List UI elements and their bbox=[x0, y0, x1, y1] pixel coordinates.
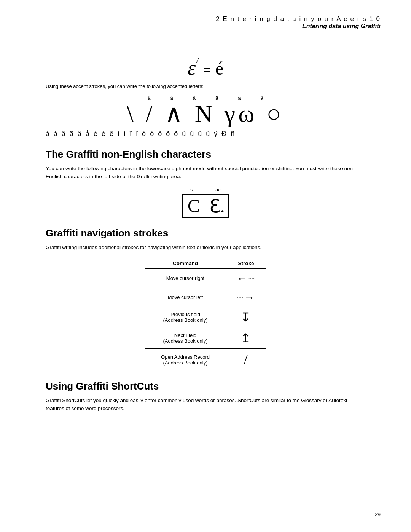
ce-labels: c ae bbox=[46, 187, 365, 192]
c-cell: C bbox=[183, 195, 206, 217]
stroke-open-address: / bbox=[226, 348, 266, 371]
footer-rule bbox=[30, 505, 381, 505]
cmd-prev-field: Previous field(Address Book only) bbox=[145, 307, 226, 328]
section1-body: You can write the following characters i… bbox=[46, 165, 365, 181]
stroke-move-left: ┈→ bbox=[226, 288, 266, 307]
col-command-header: Command bbox=[145, 258, 226, 268]
page-header: 2 E n t e r i n g d a t a i n y o u r A … bbox=[0, 0, 411, 34]
col-stroke-header: Stroke bbox=[226, 258, 266, 268]
accent-formula: ε/ bbox=[188, 56, 199, 79]
ce-box: C Ɛ. bbox=[182, 194, 229, 218]
cmd-next-field: Next Field(Address Book only) bbox=[145, 328, 226, 348]
section2-heading: Graffiti navigation strokes bbox=[46, 227, 365, 239]
section-subtitle: Entering data using Graffiti bbox=[30, 23, 381, 30]
result-char: é bbox=[215, 58, 223, 78]
stroke3: ∧ bbox=[165, 100, 186, 127]
section3-heading: Using Graffiti ShortCuts bbox=[46, 380, 365, 392]
cmd-move-right: Move cursor right bbox=[145, 268, 226, 288]
label-c: c bbox=[190, 187, 193, 192]
ce-diagram: c ae C Ɛ. bbox=[46, 187, 365, 218]
table-row: Move cursor right ←┈ bbox=[145, 268, 266, 288]
table-row: Move cursor left ┈→ bbox=[145, 288, 266, 307]
table-row: Next Field(Address Book only) ↥ bbox=[145, 328, 266, 348]
accent-caption: Using these accent strokes, you can writ… bbox=[46, 83, 365, 89]
stroke5: γω bbox=[225, 100, 257, 127]
cmd-move-left: Move cursor left bbox=[145, 288, 226, 307]
stroke4: N bbox=[195, 100, 215, 127]
e-cell: Ɛ. bbox=[206, 195, 228, 217]
navigation-table: Command Stroke Move cursor right ←┈ Move… bbox=[145, 258, 266, 371]
section3-body: Graffiti ShortCuts let you quickly and e… bbox=[46, 397, 365, 413]
stroke6: ○ bbox=[266, 100, 284, 127]
stroke-next-field: ↥ bbox=[226, 328, 266, 348]
page: 2 E n t e r i n g d a t a i n y o u r A … bbox=[0, 0, 411, 532]
stroke1: \ bbox=[127, 100, 137, 127]
section1-heading: The Graffiti non-English characters bbox=[46, 149, 365, 160]
main-content: ε/ = é Using these accent strokes, you c… bbox=[0, 37, 411, 441]
stroke-move-right: ←┈ bbox=[226, 268, 266, 288]
page-number: 29 bbox=[374, 511, 381, 518]
label-ae: ae bbox=[215, 187, 220, 192]
accent-stroke-diagram: ε/ = é bbox=[46, 56, 365, 80]
table-row: Previous field(Address Book only) ↧ bbox=[145, 307, 266, 328]
equals-sign: = bbox=[203, 62, 211, 78]
section2-body: Graffiti writing includes additional str… bbox=[46, 244, 365, 252]
stroke2: / bbox=[146, 100, 156, 127]
chapter-title: 2 E n t e r i n g d a t a i n y o u r A … bbox=[30, 15, 381, 23]
stroke-prev-field: ↧ bbox=[226, 307, 266, 328]
stroke-symbols: \ / ∧ N γω ○ bbox=[46, 102, 365, 126]
cmd-open-address: Open Address Record(Address Book only) bbox=[145, 348, 226, 371]
table-row: Open Address Record(Address Book only) / bbox=[145, 348, 266, 371]
accented-full-list: à á â ã ä å è é ê ì í î ï ò ó ô õ õ ù ú … bbox=[46, 130, 365, 138]
